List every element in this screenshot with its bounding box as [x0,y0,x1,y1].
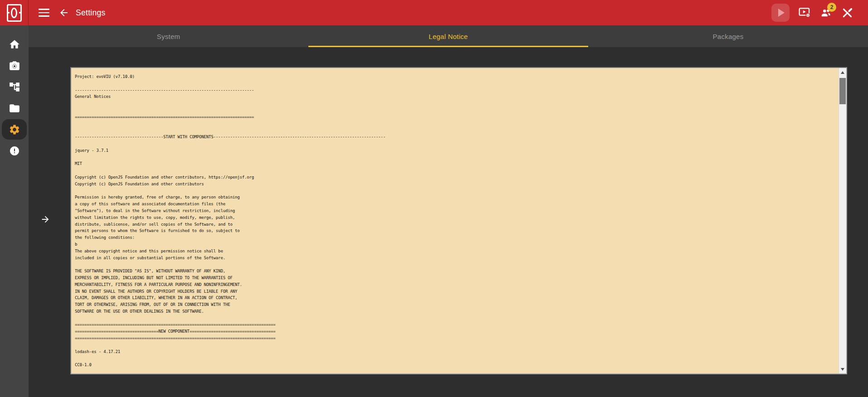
logo-o-glyph [11,8,17,18]
active-tab-indicator [308,46,588,47]
sidebar-item-process-tree[interactable] [0,76,29,97]
alert-icon [9,145,20,156]
scroll-down-icon[interactable] [839,365,846,373]
license-scrollbar[interactable] [839,68,846,373]
license-textarea[interactable]: Project: evoVIU (v7.10.0) --------------… [70,67,847,374]
process-tree-icon [9,81,20,93]
page-title: Settings [76,8,106,18]
scroll-thumb[interactable] [839,78,846,104]
camera-icon [9,60,20,72]
sidebar-item-camera[interactable] [0,55,29,76]
sidebar-item-files[interactable] [0,97,29,119]
sidebar-item-home[interactable] [0,34,29,55]
tab-system-label: System [157,33,180,40]
settings-gear-icon [9,124,20,136]
menu-icon[interactable] [39,8,49,17]
brand-logo-icon [7,4,22,22]
play-icon [778,9,785,17]
home-icon [9,39,20,50]
tab-legal-notice-label: Legal Notice [429,33,468,40]
sidebar-item-settings[interactable] [0,119,29,140]
back-arrow-icon[interactable] [59,7,69,18]
app-logo[interactable] [0,0,29,25]
close-button[interactable] [841,6,853,19]
license-text: Project: evoVIU (v7.10.0) --------------… [71,68,846,373]
play-button[interactable] [771,4,790,22]
tab-packages[interactable]: Packages [588,25,868,47]
settings-tabbar: System Legal Notice Packages [29,25,868,47]
tab-legal-notice[interactable]: Legal Notice [308,25,588,47]
stream-settings-icon [799,7,811,18]
connected-users-button[interactable]: 2 [819,6,832,19]
stream-settings-button[interactable] [798,6,811,19]
expand-drawer-arrow-icon[interactable] [40,214,51,225]
app-bar: Settings [0,0,868,25]
appbar-actions: 2 [771,4,868,22]
tab-packages-label: Packages [713,33,744,40]
tab-system[interactable]: System [29,25,308,47]
close-icon [842,7,853,19]
folder-icon [9,102,20,114]
legal-notice-panel: Project: evoVIU (v7.10.0) --------------… [29,47,868,397]
sidebar [0,25,29,397]
scroll-up-icon[interactable] [839,68,846,76]
users-count-badge: 2 [827,3,836,12]
sidebar-item-alerts[interactable] [0,140,29,161]
